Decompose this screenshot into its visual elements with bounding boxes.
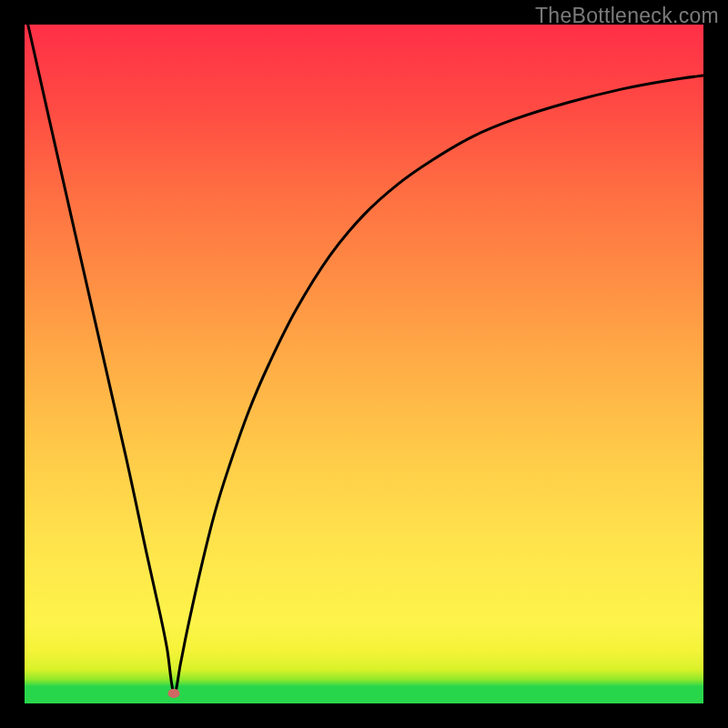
chart-frame: TheBottleneck.com [0, 0, 728, 728]
minimum-marker [168, 689, 180, 698]
curve-svg [25, 25, 703, 703]
bottleneck-curve [28, 25, 703, 693]
plot-area [25, 25, 703, 703]
watermark-text: TheBottleneck.com [535, 4, 719, 28]
